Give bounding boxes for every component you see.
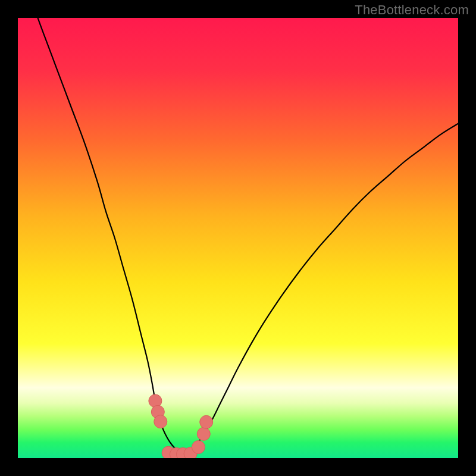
valley-marker (200, 415, 213, 428)
valley-markers-group (149, 394, 213, 458)
valley-marker (154, 415, 167, 428)
valley-marker (192, 441, 205, 454)
chart-frame: TheBottleneck.com (0, 0, 476, 476)
curve-left-branch (18, 18, 185, 454)
valley-marker (197, 427, 210, 440)
watermark-label: TheBottleneck.com (355, 2, 469, 18)
curve-layer (18, 18, 458, 458)
curve-right-branch (185, 124, 458, 454)
plot-area (18, 18, 458, 458)
